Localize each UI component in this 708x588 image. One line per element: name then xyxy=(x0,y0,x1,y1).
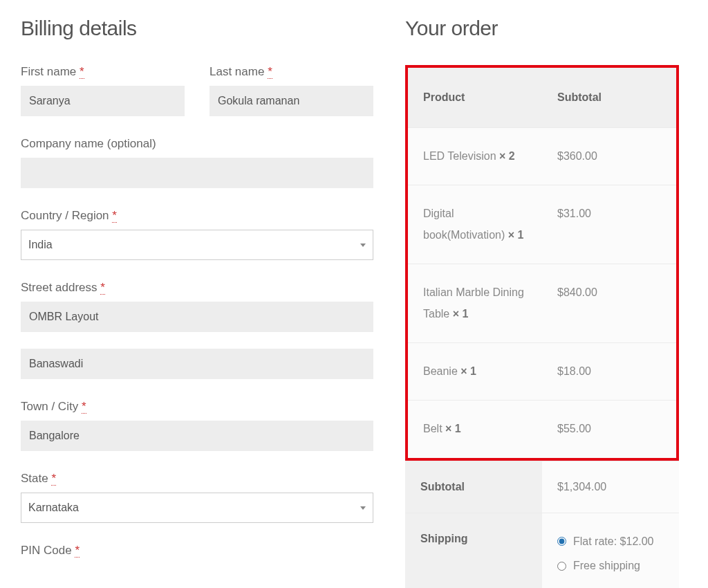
shipping-option-label: Free shipping xyxy=(573,557,640,575)
order-summary-table: Subtotal $1,304.00 Shipping Flat rate: $… xyxy=(405,461,679,588)
city-input[interactable] xyxy=(21,421,373,451)
required-marker: * xyxy=(112,209,117,223)
last-name-label: Last name * xyxy=(209,65,373,79)
required-marker: * xyxy=(80,65,84,79)
country-label-text: Country / Region xyxy=(21,209,109,222)
order-row: Digital book(Motivation) × 1$31.00 xyxy=(408,185,676,264)
required-marker: * xyxy=(51,472,56,486)
street2-input[interactable] xyxy=(21,349,373,379)
shipping-radio[interactable] xyxy=(557,562,566,571)
country-select-value: India xyxy=(28,239,53,251)
order-item-qty: × 1 xyxy=(508,229,524,241)
state-label-text: State xyxy=(21,472,48,485)
order-row: Beanie × 1$18.00 xyxy=(408,342,676,400)
order-item-price: $55.00 xyxy=(542,401,676,458)
order-row: Italian Marble Dining Table × 1$840.00 xyxy=(408,264,676,343)
required-marker: * xyxy=(82,400,86,414)
order-item-name: LED Television × 2 xyxy=(408,128,542,185)
company-input[interactable] xyxy=(21,158,373,188)
order-item-name: Digital book(Motivation) × 1 xyxy=(408,185,542,264)
order-item-qty: × 1 xyxy=(453,308,469,320)
required-marker: * xyxy=(100,281,105,295)
required-marker: * xyxy=(75,544,80,558)
chevron-down-icon xyxy=(360,244,366,247)
street1-input[interactable] xyxy=(21,302,373,332)
shipping-label: Shipping xyxy=(405,513,542,588)
order-item-name: Beanie × 1 xyxy=(408,342,542,400)
order-col-subtotal: Subtotal xyxy=(542,68,676,128)
subtotal-label: Subtotal xyxy=(405,461,542,513)
billing-title: Billing details xyxy=(21,17,373,40)
order-item-qty: × 2 xyxy=(499,150,515,162)
street-label: Street address * xyxy=(21,281,373,295)
first-name-input[interactable] xyxy=(21,86,185,116)
order-row: LED Television × 2$360.00 xyxy=(408,128,676,185)
order-col-product: Product xyxy=(408,68,542,128)
company-label: Company name (optional) xyxy=(21,137,373,151)
required-marker: * xyxy=(268,65,272,79)
order-item-name: Italian Marble Dining Table × 1 xyxy=(408,264,542,343)
country-label: Country / Region * xyxy=(21,209,373,223)
order-item-qty: × 1 xyxy=(460,365,476,377)
first-name-label: First name * xyxy=(21,65,185,79)
country-select[interactable]: India xyxy=(21,230,373,260)
order-item-price: $31.00 xyxy=(542,185,676,264)
chevron-down-icon xyxy=(360,506,366,510)
order-title: Your order xyxy=(405,17,679,40)
state-select-value: Karnataka xyxy=(28,502,79,514)
pin-label: PIN Code * xyxy=(21,544,373,558)
state-select[interactable]: Karnataka xyxy=(21,493,373,523)
order-items-table: Product Subtotal LED Television × 2$360.… xyxy=(408,68,676,458)
shipping-option: Free shipping xyxy=(557,557,664,575)
pin-label-text: PIN Code xyxy=(21,544,72,557)
last-name-input[interactable] xyxy=(209,86,373,116)
shipping-radio[interactable] xyxy=(557,537,566,546)
shipping-option: Flat rate: $12.00 xyxy=(557,533,664,551)
state-label: State * xyxy=(21,472,373,486)
subtotal-value: $1,304.00 xyxy=(542,461,679,513)
order-item-name: Belt × 1 xyxy=(408,401,542,458)
city-label: Town / City * xyxy=(21,400,373,414)
city-label-text: Town / City xyxy=(21,400,78,413)
order-item-price: $18.00 xyxy=(542,342,676,400)
street-label-text: Street address xyxy=(21,281,97,294)
order-item-price: $360.00 xyxy=(542,128,676,185)
order-item-qty: × 1 xyxy=(445,423,461,434)
first-name-label-text: First name xyxy=(21,65,76,78)
shipping-option-label: Flat rate: $12.00 xyxy=(573,533,654,551)
order-item-price: $840.00 xyxy=(542,264,676,343)
last-name-label-text: Last name xyxy=(209,65,264,78)
order-row: Belt × 1$55.00 xyxy=(408,401,676,458)
